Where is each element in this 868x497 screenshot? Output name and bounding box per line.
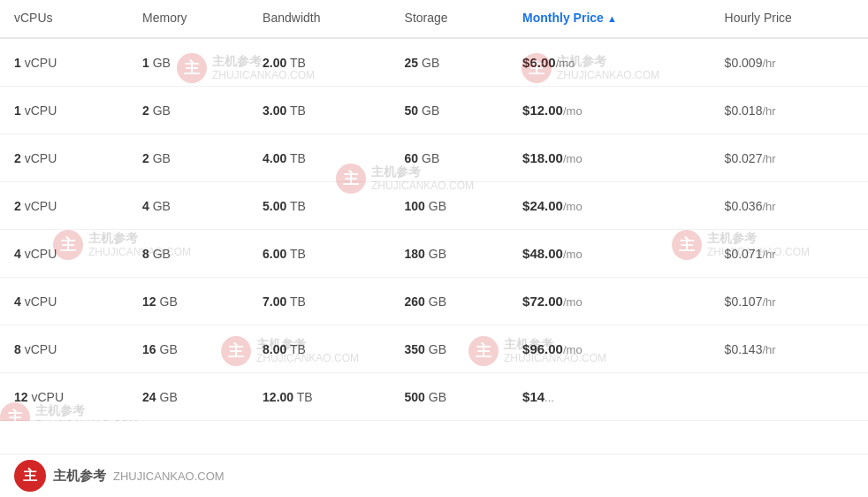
- vcpu-num: 4: [14, 294, 21, 309]
- header-hourly: Hourly Price: [711, 0, 868, 38]
- cell-hourly-price: $0.143/hr: [711, 325, 868, 373]
- hourly-amount: $0.143: [725, 342, 763, 356]
- bw-num: 7.00: [263, 294, 286, 309]
- cell-bandwidth: 3.00 TB: [248, 87, 390, 134]
- cell-memory: 1 GB: [128, 38, 248, 87]
- cell-memory: 2 GB: [128, 87, 248, 134]
- mem-unit: GB: [153, 103, 171, 118]
- cell-monthly-price: $24.00/mo: [508, 182, 711, 230]
- hourly-period: /hr: [762, 248, 775, 261]
- monthly-amount: $12.00: [522, 103, 563, 118]
- cell-monthly-price: $14...: [508, 373, 711, 421]
- mem-num: 16: [142, 342, 156, 356]
- hourly-amount: $0.009: [725, 56, 763, 70]
- st-num: 25: [405, 56, 419, 70]
- bw-num: 2.00: [263, 56, 286, 70]
- hourly-amount: $0.036: [725, 199, 763, 213]
- table-row: 8 vCPU16 GB8.00 TB350 GB$96.00/mo$0.143/…: [0, 325, 868, 373]
- cell-vcpu: 12 vCPU: [0, 373, 128, 421]
- cell-bandwidth: 6.00 TB: [248, 230, 390, 278]
- cell-bandwidth: 8.00 TB: [248, 325, 390, 373]
- mem-unit: GB: [160, 342, 178, 356]
- mem-unit: GB: [153, 56, 171, 70]
- bw-unit: TB: [297, 390, 313, 404]
- table-row: 2 vCPU4 GB5.00 TB100 GB$24.00/mo$0.036/h…: [0, 182, 868, 230]
- hourly-amount: $0.107: [725, 294, 763, 309]
- hourly-period: /hr: [762, 343, 775, 356]
- cell-storage: 25 GB: [391, 38, 509, 87]
- cell-vcpu: 1 vCPU: [0, 38, 128, 87]
- hourly-period: /hr: [762, 152, 775, 165]
- monthly-period: /mo: [563, 200, 582, 213]
- monthly-amount: $14: [522, 389, 544, 404]
- monthly-amount: $24.00: [522, 198, 563, 213]
- pricing-table: vCPUsMemoryBandwidthStorageMonthly Price…: [0, 0, 868, 421]
- mem-unit: GB: [153, 151, 171, 165]
- bw-num: 5.00: [263, 199, 286, 213]
- cell-monthly-price: $18.00/mo: [508, 134, 711, 182]
- cell-bandwidth: 7.00 TB: [248, 278, 390, 325]
- bw-unit: TB: [290, 342, 306, 356]
- monthly-amount: $18.00: [522, 150, 563, 165]
- vcpu-unit: vCPU: [25, 247, 57, 261]
- st-unit: GB: [429, 294, 446, 309]
- cell-bandwidth: 5.00 TB: [248, 182, 390, 230]
- st-unit: GB: [422, 103, 439, 118]
- cell-monthly-price: $6.00/mo: [508, 38, 711, 87]
- cell-hourly-price: [711, 373, 868, 421]
- bottom-label-en: ZHUJICANKAO.COM: [113, 470, 225, 483]
- cell-memory: 8 GB: [128, 230, 248, 278]
- st-num: 350: [405, 342, 425, 356]
- cell-storage: 60 GB: [391, 134, 509, 182]
- bw-num: 3.00: [263, 103, 286, 118]
- vcpu-num: 1: [14, 56, 21, 70]
- monthly-amount: $48.00: [522, 246, 563, 261]
- mem-num: 4: [142, 199, 149, 213]
- cell-memory: 12 GB: [128, 278, 248, 325]
- vcpu-unit: vCPU: [25, 151, 57, 165]
- st-num: 180: [405, 247, 425, 261]
- cell-bandwidth: 12.00 TB: [248, 373, 390, 421]
- cell-storage: 100 GB: [391, 182, 509, 230]
- header-monthly[interactable]: Monthly Price▲: [508, 0, 711, 38]
- table-row: 1 vCPU2 GB3.00 TB50 GB$12.00/mo$0.018/hr: [0, 87, 868, 134]
- monthly-amount: $6.00: [522, 55, 556, 70]
- mem-num: 1: [142, 56, 149, 70]
- cell-hourly-price: $0.018/hr: [711, 87, 868, 134]
- cell-memory: 16 GB: [128, 325, 248, 373]
- table-row: 4 vCPU8 GB6.00 TB180 GB$48.00/mo$0.071/h…: [0, 230, 868, 278]
- monthly-period: /mo: [563, 104, 582, 118]
- st-num: 260: [405, 294, 425, 309]
- cell-monthly-price: $72.00/mo: [508, 278, 711, 325]
- bw-unit: TB: [290, 103, 306, 118]
- cell-storage: 260 GB: [391, 278, 509, 325]
- bw-unit: TB: [290, 294, 306, 309]
- mem-num: 2: [142, 103, 149, 118]
- mem-num: 2: [142, 151, 149, 165]
- st-unit: GB: [429, 342, 446, 356]
- cell-storage: 500 GB: [391, 373, 509, 421]
- monthly-period: /mo: [563, 152, 582, 165]
- table-row: 1 vCPU1 GB2.00 TB25 GB$6.00/mo$0.009/hr: [0, 38, 868, 87]
- sort-icon: ▲: [607, 13, 617, 24]
- monthly-period: /mo: [556, 57, 575, 70]
- cell-vcpu: 8 vCPU: [0, 325, 128, 373]
- monthly-amount: $96.00: [522, 341, 563, 356]
- header-storage: Storage: [391, 0, 509, 38]
- hourly-amount: $0.027: [725, 151, 763, 165]
- cell-memory: 4 GB: [128, 182, 248, 230]
- cell-storage: 50 GB: [391, 87, 509, 134]
- hourly-amount: $0.018: [725, 103, 763, 118]
- vcpu-num: 2: [14, 151, 21, 165]
- mem-unit: GB: [160, 390, 178, 404]
- vcpu-unit: vCPU: [25, 56, 57, 70]
- st-num: 100: [405, 199, 425, 213]
- monthly-amount: $72.00: [522, 294, 563, 309]
- bw-num: 6.00: [263, 247, 286, 261]
- cell-storage: 180 GB: [391, 230, 509, 278]
- hourly-period: /hr: [762, 295, 775, 309]
- cell-hourly-price: $0.027/hr: [711, 134, 868, 182]
- bw-unit: TB: [290, 247, 306, 261]
- mem-num: 24: [142, 390, 156, 404]
- bottom-logo: 主: [14, 460, 46, 492]
